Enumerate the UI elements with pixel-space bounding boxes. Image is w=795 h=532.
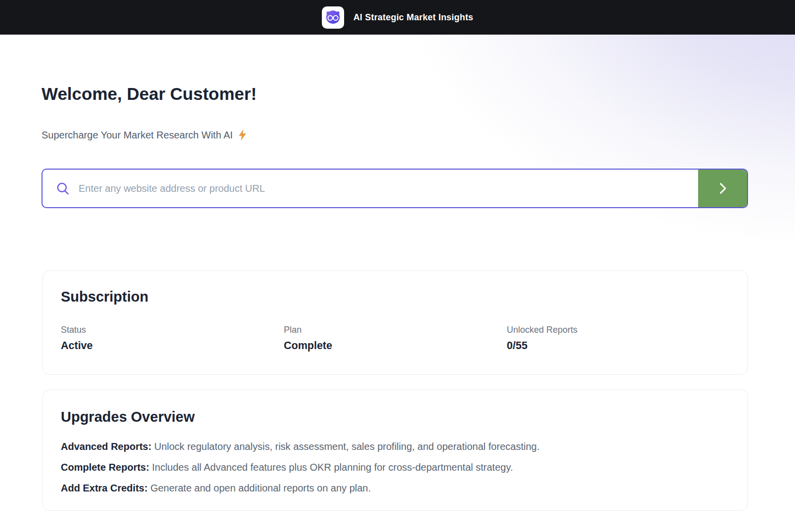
url-input[interactable] [71, 170, 698, 207]
submit-url-button[interactable] [698, 170, 747, 207]
subscription-card: Subscription Status Active Plan Complete… [43, 270, 748, 375]
welcome-subtitle: Supercharge Your Market Research With AI [42, 129, 247, 141]
owl-icon [324, 9, 342, 26]
app-title: AI Strategic Market Insights [353, 12, 474, 23]
owl-logo-icon [322, 6, 344, 29]
stat-status: Status Active [61, 325, 284, 352]
subscription-title: Subscription [61, 289, 730, 305]
brand: AI Strategic Market Insights [322, 6, 474, 29]
upgrades-overview-card: Upgrades Overview Advanced Reports: Unlo… [43, 390, 748, 511]
subscription-stats: Status Active Plan Complete Unlocked Rep… [61, 325, 730, 352]
stat-label: Unlocked Reports [507, 325, 730, 335]
upgrade-item-add-extra-credits: Add Extra Credits: Generate and open add… [61, 482, 730, 495]
welcome-subtitle-text: Supercharge Your Market Research With AI [42, 130, 233, 141]
stat-label: Plan [284, 325, 507, 335]
url-search-bar [42, 169, 748, 208]
upgrade-item-label: Add Extra Credits: [61, 483, 148, 493]
search-icon [55, 181, 71, 196]
upgrade-item-description: Includes all Advanced features plus OKR … [152, 462, 513, 473]
welcome-heading: Welcome, Dear Customer! [42, 84, 257, 104]
upgrade-item-advanced-reports: Advanced Reports: Unlock regulatory anal… [61, 440, 730, 453]
stat-value: Active [61, 340, 284, 352]
stat-unlocked-reports: Unlocked Reports 0/55 [507, 325, 730, 352]
upgrade-item-description: Unlock regulatory analysis, risk assessm… [154, 441, 539, 452]
upgrade-item-label: Complete Reports: [61, 462, 149, 473]
stat-value: 0/55 [507, 340, 730, 352]
upgrade-item-label: Advanced Reports: [61, 441, 151, 452]
upgrades-title: Upgrades Overview [61, 409, 730, 425]
stat-plan: Plan Complete [284, 325, 507, 352]
lightning-bolt-icon [238, 129, 247, 141]
app-header: AI Strategic Market Insights [0, 0, 795, 35]
upgrade-item-description: Generate and open additional reports on … [150, 483, 371, 493]
page: AI Strategic Market Insights Welcome, De… [0, 0, 795, 532]
chevron-right-icon [715, 181, 730, 196]
upgrade-item-complete-reports: Complete Reports: Includes all Advanced … [61, 461, 730, 474]
stat-label: Status [61, 325, 284, 335]
stat-value: Complete [284, 340, 507, 352]
